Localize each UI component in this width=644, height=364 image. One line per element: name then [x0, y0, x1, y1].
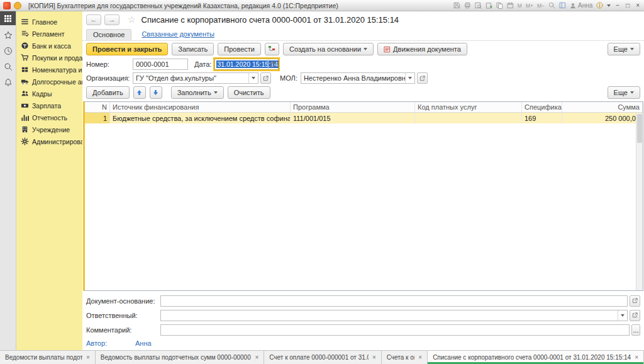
author-link[interactable]: Анна [135, 339, 152, 347]
tab-close-icon[interactable]: × [418, 354, 422, 361]
responsible-field[interactable] [160, 310, 628, 321]
taskbar-tab-2[interactable]: Ведомость выплаты подотчетных сумм 0000-… [96, 351, 264, 364]
sidebar-item-reglament[interactable]: Регламент [16, 28, 82, 40]
taskbar-tab-1[interactable]: Ведомости выплаты подотчетных сумм × [0, 351, 96, 364]
responsible-dropdown-button[interactable] [618, 310, 627, 321]
scrollbar-thumb[interactable] [637, 114, 642, 143]
taskbar-tab-active[interactable]: Списание с корпоративного счета 0000-000… [428, 351, 644, 364]
notifications-button[interactable] [4, 78, 13, 88]
history-button[interactable] [4, 47, 13, 57]
save-icon[interactable] [453, 2, 460, 9]
comment-more-button[interactable]: ... [631, 324, 640, 336]
copy-icon[interactable] [496, 2, 503, 9]
favorite-star-icon[interactable]: ☆ [128, 14, 136, 25]
mol-field[interactable]: Нестеренко Анна Владимировна [301, 72, 415, 84]
more-button[interactable]: Еще [608, 43, 640, 55]
tab-close-icon[interactable]: × [635, 354, 638, 361]
related-structure-button[interactable] [265, 43, 279, 55]
mol-open-button[interactable] [417, 72, 428, 84]
print-icon[interactable] [464, 2, 471, 9]
organization-field[interactable]: ГУ "Отдел физ.культуры" [133, 72, 258, 84]
truck-icon [21, 77, 29, 86]
forward-button[interactable]: → [104, 14, 119, 25]
sidebar-item-institution[interactable]: Учреждение [16, 123, 82, 135]
responsible-label: Ответственный: [86, 312, 160, 319]
calendar-icon[interactable] [507, 2, 514, 9]
create-based-on-button[interactable]: Создать на основании [283, 43, 374, 55]
col-header-amount[interactable]: Сумма [562, 102, 643, 112]
page-title: Списание с корпоративного счета 0000-000… [142, 15, 399, 25]
table-more-button[interactable]: Еще [608, 86, 640, 99]
basis-field[interactable] [160, 295, 628, 307]
table-scrollbar[interactable] [636, 113, 643, 290]
reglament-icon [21, 30, 29, 38]
tab-main[interactable]: Основное [86, 29, 131, 40]
sidebar-item-salary[interactable]: Зарплата [16, 100, 82, 111]
document-movements-button[interactable]: Движения документа [377, 43, 467, 55]
calc-memory-minus-icon[interactable]: М− [537, 3, 545, 9]
search-button[interactable] [4, 62, 13, 72]
comment-field[interactable] [160, 324, 630, 336]
col-header-specifics[interactable]: Специфика [522, 102, 562, 112]
titlebar-toolbar: М М+ М− Анна − □ × [453, 2, 641, 9]
favorites-button[interactable] [4, 31, 13, 41]
arrow-down-icon [153, 89, 158, 96]
app-window: [КОПИЯ] Бухгалтерия для государственных … [0, 0, 644, 364]
sidebar-item-nomenclature[interactable]: Номенклатура и склад [16, 64, 82, 76]
panels-icon[interactable] [559, 2, 566, 9]
move-row-down-button[interactable] [150, 86, 162, 99]
calc-memory-icon[interactable]: М [518, 3, 522, 9]
taskbar-tab-4[interactable]: Счета к оплате × [382, 351, 428, 364]
close-button[interactable]: × [635, 2, 641, 9]
sidebar-item-administration[interactable]: Администрирование [16, 135, 82, 147]
info-icon[interactable] [596, 2, 603, 9]
sidebar-item-bank-cash[interactable]: Банк и касса [16, 40, 82, 52]
organization-dropdown-button[interactable] [248, 73, 258, 83]
add-row-button[interactable]: Добавить [86, 86, 130, 99]
sidebar-item-purchases-sales[interactable]: Покупки и продажи [16, 52, 82, 64]
sidebar-item-long-term-assets[interactable]: Долгосрочные активы [16, 76, 82, 88]
maximize-button[interactable]: □ [625, 2, 631, 9]
back-button[interactable]: ← [86, 14, 101, 25]
date-field[interactable]: 31.01.2020 15:15:14 [214, 59, 279, 70]
calendar-picker-button[interactable] [268, 59, 278, 69]
zoom-icon[interactable] [548, 2, 555, 9]
tab-close-icon[interactable]: × [372, 354, 376, 361]
tab-close-icon[interactable]: × [255, 354, 258, 361]
fill-button[interactable]: Заполнить [171, 86, 224, 99]
col-header-n[interactable]: N [85, 102, 110, 112]
table-row[interactable]: 1 Бюджетные средства, за исключением сре… [85, 113, 643, 123]
move-row-up-button[interactable] [133, 86, 146, 99]
organization-open-button[interactable] [260, 72, 271, 84]
tab-related-documents[interactable]: Связанные документы [142, 30, 214, 40]
cell-program: 111/001/015 [291, 113, 415, 123]
clear-button[interactable]: Очистить [228, 86, 270, 99]
clipboard-add-icon[interactable] [486, 2, 492, 9]
save-button[interactable]: Записать [172, 43, 214, 55]
col-header-program[interactable]: Программа [291, 102, 415, 112]
sidebar-item-hr[interactable]: Кадры [16, 88, 82, 100]
responsible-row: Ответственный: [86, 309, 640, 321]
basis-open-button[interactable] [630, 295, 640, 307]
minimize-button[interactable]: − [614, 2, 621, 9]
tab-close-icon[interactable]: × [86, 354, 90, 361]
post-and-close-button[interactable]: Провести и закрыть [86, 43, 168, 55]
taskbar-tab-3[interactable]: Счет к оплате 0000-000001 от 31.01.2020 … [264, 351, 381, 364]
sidebar-item-reporting[interactable]: Отчетность [16, 111, 82, 123]
calc-memory-plus-icon[interactable]: М+ [526, 3, 533, 9]
print-preview-icon[interactable] [475, 2, 482, 9]
service-menu-button[interactable] [0, 11, 16, 25]
dropdown-caret-icon[interactable] [607, 4, 611, 7]
dropdown-caret-icon [214, 91, 218, 94]
cell-paid-services-code [415, 113, 522, 123]
table-empty-area [85, 123, 643, 290]
post-button[interactable]: Провести [218, 43, 261, 55]
sidebar-item-main[interactable]: Главное [16, 16, 82, 28]
number-field[interactable]: 0000-0001 [133, 59, 188, 70]
mol-dropdown-button[interactable] [405, 73, 414, 83]
current-user[interactable]: Анна [570, 2, 592, 9]
main-menu-button[interactable] [14, 2, 21, 9]
col-header-funding-source[interactable]: Источник финансирования [110, 102, 291, 112]
responsible-open-button[interactable] [630, 310, 640, 321]
col-header-paid-services-code[interactable]: Код платных услуг [415, 102, 522, 112]
